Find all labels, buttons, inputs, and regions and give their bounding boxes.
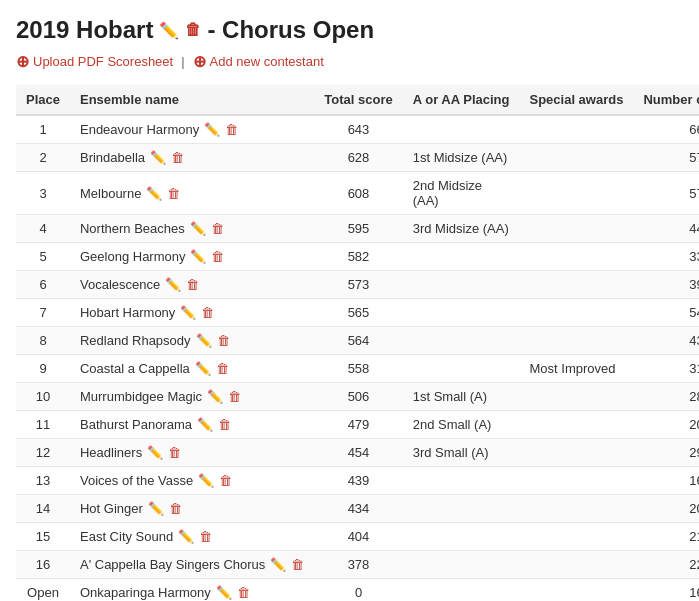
edit-ensemble-icon[interactable]: ✏️ bbox=[147, 445, 163, 460]
edit-ensemble-icon[interactable]: ✏️ bbox=[204, 122, 220, 137]
delete-ensemble-icon[interactable]: 🗑 bbox=[291, 557, 304, 572]
edit-ensemble-icon[interactable]: ✏️ bbox=[180, 305, 196, 320]
ensemble-name: Hobart Harmony bbox=[80, 305, 175, 320]
delete-ensemble-icon[interactable]: 🗑 bbox=[218, 417, 231, 432]
cell-awards bbox=[519, 115, 633, 144]
cell-ensemble: Bathurst Panorama✏️🗑 bbox=[70, 411, 314, 439]
cell-placing bbox=[403, 551, 520, 579]
cell-awards bbox=[519, 411, 633, 439]
delete-ensemble-icon[interactable]: 🗑 bbox=[169, 501, 182, 516]
delete-ensemble-icon[interactable]: 🗑 bbox=[237, 585, 250, 600]
table-row: 2Brindabella✏️🗑6281st Midsize (AA)57 bbox=[16, 144, 699, 172]
edit-ensemble-icon[interactable]: ✏️ bbox=[196, 333, 212, 348]
cell-stage: 16 bbox=[633, 467, 699, 495]
cell-ensemble: Coastal a Cappella✏️🗑 bbox=[70, 355, 314, 383]
title-suffix: - Chorus Open bbox=[207, 16, 374, 44]
edit-ensemble-icon[interactable]: ✏️ bbox=[270, 557, 286, 572]
cell-ensemble: Headliners✏️🗑 bbox=[70, 439, 314, 467]
cell-stage: 21 bbox=[633, 523, 699, 551]
cell-placing bbox=[403, 523, 520, 551]
edit-ensemble-icon[interactable]: ✏️ bbox=[165, 277, 181, 292]
cell-place: 6 bbox=[16, 271, 70, 299]
edit-ensemble-icon[interactable]: ✏️ bbox=[190, 249, 206, 264]
ensemble-name: Melbourne bbox=[80, 186, 141, 201]
cell-stage: 20 bbox=[633, 411, 699, 439]
add-contestant-link[interactable]: Add new contestant bbox=[210, 54, 324, 69]
col-ensemble: Ensemble name bbox=[70, 85, 314, 115]
delete-ensemble-icon[interactable]: 🗑 bbox=[171, 150, 184, 165]
cell-ensemble: Melbourne✏️🗑 bbox=[70, 172, 314, 215]
edit-ensemble-icon[interactable]: ✏️ bbox=[150, 150, 166, 165]
cell-ensemble: Northern Beaches✏️🗑 bbox=[70, 215, 314, 243]
cell-place: 1 bbox=[16, 115, 70, 144]
cell-score: 582 bbox=[314, 243, 402, 271]
cell-score: 439 bbox=[314, 467, 402, 495]
cell-placing: 2nd Midsize (AA) bbox=[403, 172, 520, 215]
ensemble-name: Brindabella bbox=[80, 150, 145, 165]
delete-ensemble-icon[interactable]: 🗑 bbox=[228, 389, 241, 404]
cell-placing bbox=[403, 271, 520, 299]
delete-ensemble-icon[interactable]: 🗑 bbox=[219, 473, 232, 488]
cell-score: 565 bbox=[314, 299, 402, 327]
ensemble-name: Geelong Harmony bbox=[80, 249, 186, 264]
delete-ensemble-icon[interactable]: 🗑 bbox=[186, 277, 199, 292]
table-row: 10Murrumbidgee Magic✏️🗑5061st Small (A)2… bbox=[16, 383, 699, 411]
cell-score: 573 bbox=[314, 271, 402, 299]
edit-ensemble-icon[interactable]: ✏️ bbox=[198, 473, 214, 488]
delete-ensemble-icon[interactable]: 🗑 bbox=[216, 361, 229, 376]
edit-ensemble-icon[interactable]: ✏️ bbox=[148, 501, 164, 516]
edit-ensemble-icon[interactable]: ✏️ bbox=[178, 529, 194, 544]
cell-awards bbox=[519, 172, 633, 215]
ensemble-name: Voices of the Vasse bbox=[80, 473, 193, 488]
cell-score: 454 bbox=[314, 439, 402, 467]
table-row: 9Coastal a Cappella✏️🗑558Most Improved31 bbox=[16, 355, 699, 383]
add-plus-icon: ⊕ bbox=[193, 52, 206, 71]
cell-stage: 33 bbox=[633, 243, 699, 271]
delete-title-icon[interactable]: 🗑 bbox=[185, 21, 201, 39]
cell-score: 479 bbox=[314, 411, 402, 439]
edit-ensemble-icon[interactable]: ✏️ bbox=[146, 186, 162, 201]
cell-placing: 2nd Small (A) bbox=[403, 411, 520, 439]
cell-placing: 1st Midsize (AA) bbox=[403, 144, 520, 172]
cell-place: 14 bbox=[16, 495, 70, 523]
delete-ensemble-icon[interactable]: 🗑 bbox=[201, 305, 214, 320]
cell-place: 8 bbox=[16, 327, 70, 355]
ensemble-name: Murrumbidgee Magic bbox=[80, 389, 202, 404]
cell-stage: 57 bbox=[633, 172, 699, 215]
edit-ensemble-icon[interactable]: ✏️ bbox=[195, 361, 211, 376]
edit-ensemble-icon[interactable]: ✏️ bbox=[216, 585, 232, 600]
edit-ensemble-icon[interactable]: ✏️ bbox=[190, 221, 206, 236]
table-row: 12Headliners✏️🗑4543rd Small (A)29 bbox=[16, 439, 699, 467]
col-place: Place bbox=[16, 85, 70, 115]
delete-ensemble-icon[interactable]: 🗑 bbox=[167, 186, 180, 201]
edit-ensemble-icon[interactable]: ✏️ bbox=[197, 417, 213, 432]
cell-placing bbox=[403, 355, 520, 383]
edit-ensemble-icon[interactable]: ✏️ bbox=[207, 389, 223, 404]
delete-ensemble-icon[interactable]: 🗑 bbox=[211, 249, 224, 264]
cell-placing: 3rd Small (A) bbox=[403, 439, 520, 467]
cell-place: 10 bbox=[16, 383, 70, 411]
ensemble-name: Coastal a Cappella bbox=[80, 361, 190, 376]
delete-ensemble-icon[interactable]: 🗑 bbox=[199, 529, 212, 544]
cell-placing bbox=[403, 243, 520, 271]
ensemble-name: Redland Rhapsody bbox=[80, 333, 191, 348]
cell-place: 4 bbox=[16, 215, 70, 243]
cell-ensemble: Redland Rhapsody✏️🗑 bbox=[70, 327, 314, 355]
cell-score: 404 bbox=[314, 523, 402, 551]
table-row: 15East City Sound✏️🗑40421 bbox=[16, 523, 699, 551]
cell-ensemble: Brindabella✏️🗑 bbox=[70, 144, 314, 172]
upload-pdf-link[interactable]: Upload PDF Scoresheet bbox=[33, 54, 173, 69]
delete-ensemble-icon[interactable]: 🗑 bbox=[217, 333, 230, 348]
edit-title-icon[interactable]: ✏️ bbox=[159, 21, 179, 40]
cell-score: 558 bbox=[314, 355, 402, 383]
title-prefix: 2019 Hobart bbox=[16, 16, 153, 44]
delete-ensemble-icon[interactable]: 🗑 bbox=[225, 122, 238, 137]
cell-placing bbox=[403, 115, 520, 144]
cell-ensemble: A' Cappella Bay Singers Chorus✏️🗑 bbox=[70, 551, 314, 579]
cell-stage: 57 bbox=[633, 144, 699, 172]
delete-ensemble-icon[interactable]: 🗑 bbox=[168, 445, 181, 460]
col-score: Total score bbox=[314, 85, 402, 115]
cell-stage: 54 bbox=[633, 299, 699, 327]
delete-ensemble-icon[interactable]: 🗑 bbox=[211, 221, 224, 236]
cell-awards bbox=[519, 327, 633, 355]
